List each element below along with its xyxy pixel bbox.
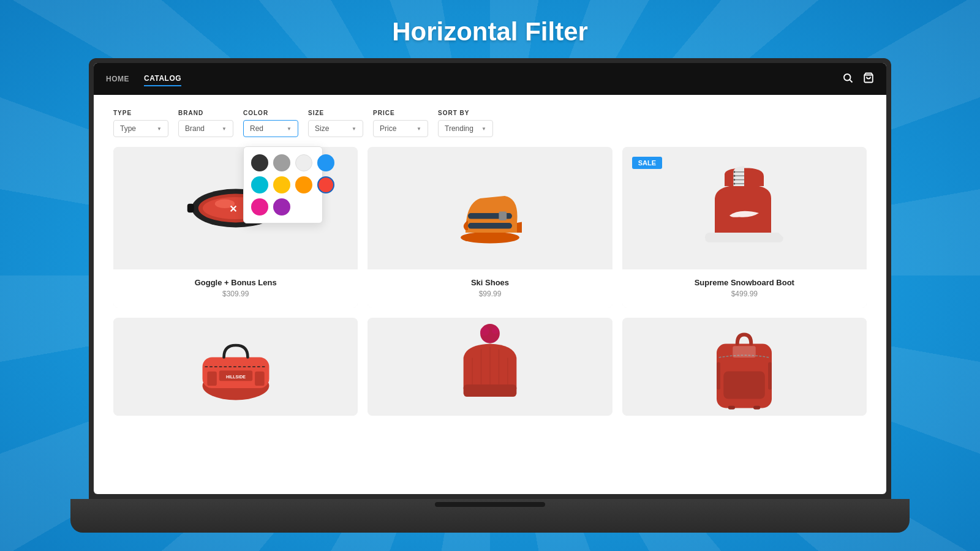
- color-filter-label: COLOR: [243, 110, 298, 116]
- screen-content: HOME CATALOG: [94, 63, 886, 494]
- nav-icons: [842, 72, 874, 86]
- svg-point-19: [734, 179, 736, 181]
- product-card-6[interactable]: [622, 318, 867, 416]
- page-title: Horizontal Filter: [0, 17, 980, 47]
- type-filter-group: TYPE Type ▼: [113, 110, 168, 137]
- svg-rect-40: [728, 406, 735, 410]
- nav-links: HOME CATALOG: [106, 72, 181, 86]
- filter-bar: TYPE Type ▼ BRAND Brand ▼: [94, 95, 886, 147]
- color-yellow[interactable]: [273, 176, 290, 193]
- color-white[interactable]: [295, 154, 312, 171]
- sort-filter-value: Trending: [445, 124, 473, 133]
- type-chevron-icon: ▼: [157, 126, 162, 132]
- sort-chevron-icon: ▼: [481, 126, 486, 132]
- svg-text:HILLSIDE: HILLSIDE: [226, 375, 246, 379]
- svg-point-20: [734, 175, 736, 177]
- product-image-6: [622, 318, 867, 416]
- size-filter-label: SIZE: [308, 110, 363, 116]
- type-filter-label: TYPE: [113, 110, 168, 116]
- laptop-base: [70, 499, 910, 533]
- product-info-1: Goggle + Bonus Lens $309.99: [113, 269, 358, 308]
- svg-rect-44: [768, 362, 772, 390]
- color-grid: [251, 154, 315, 216]
- svg-point-30: [480, 327, 489, 335]
- brand-chevron-icon: ▼: [222, 126, 227, 132]
- color-dropdown: [243, 146, 323, 223]
- product-info-2: Ski Shoes $99.99: [368, 269, 612, 308]
- color-blue[interactable]: [317, 154, 334, 171]
- product-name-3: Supreme Snowboard Boot: [632, 278, 857, 287]
- color-gray[interactable]: [273, 154, 290, 171]
- price-filter-group: PRICE Price ▼: [373, 110, 428, 137]
- color-red[interactable]: [317, 176, 334, 193]
- laptop-screen: HOME CATALOG: [89, 58, 891, 499]
- product-price-2: $99.99: [377, 290, 602, 298]
- color-teal[interactable]: [251, 176, 268, 193]
- product-grid: ✕ Goggle + Bonus Lens $309.99: [94, 147, 886, 428]
- product-price-3: $499.99: [632, 290, 857, 298]
- navbar: HOME CATALOG: [94, 63, 886, 95]
- brand-filter-value: Brand: [185, 124, 205, 133]
- svg-rect-41: [753, 406, 760, 410]
- svg-text:✕: ✕: [229, 203, 237, 214]
- price-filter-value: Price: [380, 124, 396, 133]
- price-filter-select[interactable]: Price ▼: [373, 120, 428, 137]
- product-image-4: HILLSIDE: [113, 318, 358, 416]
- price-chevron-icon: ▼: [417, 126, 421, 132]
- sort-filter-group: SORT BY Trending ▼: [438, 110, 493, 137]
- svg-rect-12: [468, 223, 512, 229]
- size-filter-value: Size: [315, 124, 329, 133]
- price-filter-label: PRICE: [373, 110, 428, 116]
- svg-line-1: [850, 80, 852, 82]
- sale-badge: SALE: [632, 157, 662, 169]
- svg-point-31: [492, 327, 499, 334]
- svg-rect-43: [717, 362, 720, 390]
- svg-rect-28: [255, 372, 265, 386]
- product-price-1: $309.99: [123, 290, 348, 298]
- cart-icon[interactable]: [863, 72, 874, 86]
- brand-filter-select[interactable]: Brand ▼: [178, 120, 233, 137]
- nav-catalog[interactable]: CATALOG: [144, 72, 181, 86]
- color-black[interactable]: [251, 154, 268, 171]
- color-pink[interactable]: [251, 198, 268, 216]
- svg-rect-32: [464, 384, 517, 397]
- color-filter-select[interactable]: Red ▼: [243, 120, 298, 137]
- type-filter-select[interactable]: Type ▼: [113, 120, 168, 137]
- svg-point-0: [844, 74, 851, 81]
- product-image-5: [368, 318, 612, 416]
- product-card-4[interactable]: HILLSIDE: [113, 318, 358, 416]
- brand-filter-label: BRAND: [178, 110, 233, 116]
- color-chevron-icon: ▼: [287, 126, 292, 132]
- product-card-2[interactable]: Ski Shoes $99.99: [368, 147, 612, 308]
- color-purple[interactable]: [273, 198, 290, 216]
- svg-rect-39: [724, 372, 766, 399]
- product-card-5[interactable]: [368, 318, 612, 416]
- svg-rect-42: [733, 346, 756, 358]
- size-chevron-icon: ▼: [352, 126, 356, 132]
- size-filter-group: SIZE Size ▼: [308, 110, 363, 137]
- type-filter-value: Type: [120, 124, 136, 133]
- sort-filter-select[interactable]: Trending ▼: [438, 120, 493, 137]
- product-info-3: Supreme Snowboard Boot $499.99: [622, 269, 867, 308]
- product-name-1: Goggle + Bonus Lens: [123, 278, 348, 287]
- size-filter-select[interactable]: Size ▼: [308, 120, 363, 137]
- svg-rect-7: [187, 204, 194, 212]
- color-orange[interactable]: [295, 176, 312, 193]
- product-name-2: Ski Shoes: [377, 278, 602, 287]
- svg-rect-13: [499, 212, 507, 220]
- color-filter-group: COLOR Red ▼: [243, 110, 298, 137]
- color-filter-value: Red: [250, 124, 263, 133]
- svg-point-10: [461, 231, 519, 243]
- product-card-3[interactable]: SALE: [622, 147, 867, 308]
- brand-filter-group: BRAND Brand ▼: [178, 110, 233, 137]
- nav-home[interactable]: HOME: [106, 72, 129, 86]
- search-icon[interactable]: [842, 72, 853, 86]
- product-image-2: [368, 147, 612, 269]
- main-content: TYPE Type ▼ BRAND Brand ▼: [94, 95, 886, 494]
- svg-rect-27: [207, 372, 217, 386]
- svg-point-18: [734, 182, 736, 184]
- sort-filter-label: SORT BY: [438, 110, 493, 116]
- svg-point-21: [734, 171, 736, 173]
- laptop-frame: HOME CATALOG: [89, 58, 891, 533]
